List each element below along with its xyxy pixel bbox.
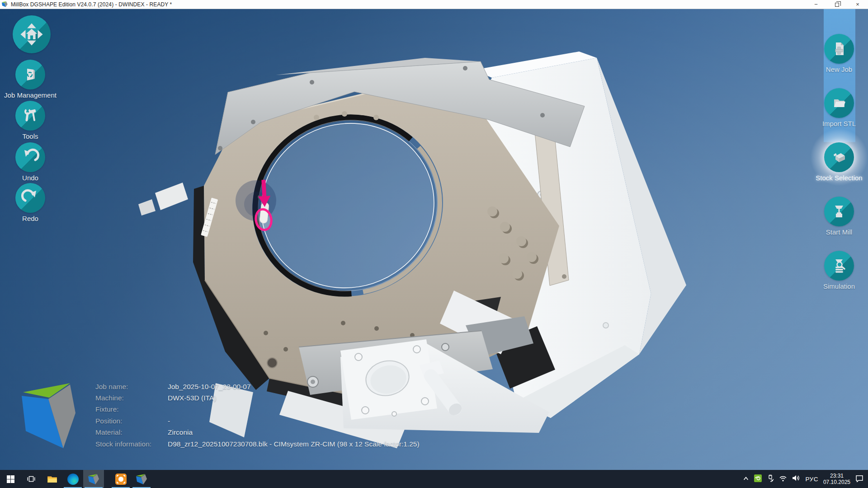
action-center-icon <box>855 474 863 482</box>
restore-icon <box>835 3 839 7</box>
tray-expand-button[interactable] <box>743 475 749 483</box>
start-mill-icon <box>830 202 848 221</box>
close-icon: × <box>856 1 859 8</box>
job-management-icon <box>21 66 39 84</box>
millbox-taskbar-icon <box>88 474 99 485</box>
stock-selection-icon <box>830 148 848 166</box>
file-explorer-icon <box>47 474 58 485</box>
new-job-icon <box>830 40 848 58</box>
edge-browser-button[interactable] <box>62 470 83 488</box>
machine-value: DWX-53D (ITA) <box>168 394 216 402</box>
windows-logo-icon <box>7 475 14 483</box>
new-job-button[interactable]: New Job <box>809 34 868 73</box>
info-row-fixture: Fixture: <box>95 404 420 415</box>
new-job-label: New Job <box>809 66 868 73</box>
start-button[interactable] <box>0 470 21 488</box>
restore-button[interactable] <box>826 0 847 9</box>
file-explorer-button[interactable] <box>42 470 62 488</box>
window-title: MillBox DGSHAPE Edition V24.0.7 (2024) -… <box>11 1 172 8</box>
stock-info-label: Stock information: <box>95 440 168 448</box>
nvidia-tray-button[interactable] <box>754 474 762 484</box>
usb-tray-button[interactable] <box>767 474 774 484</box>
start-mill-button[interactable]: Start Mill <box>809 197 868 236</box>
task-view-button[interactable] <box>21 470 42 488</box>
chevron-up-icon <box>743 476 749 481</box>
redo-label: Redo <box>0 215 61 222</box>
tools-icon <box>21 107 39 125</box>
material-label: Material: <box>95 428 168 436</box>
stock-info-value: D98_zr12_20251007230708.blk - CIMsystem … <box>168 440 420 448</box>
info-row-job-name: Job name: Job_2025-10-07_23-00-07 <box>95 381 420 392</box>
info-row-position: Position: - <box>95 415 420 427</box>
task-view-icon <box>26 474 36 484</box>
job-management-label: Job Management <box>0 91 61 99</box>
minimize-icon: − <box>814 1 818 8</box>
edge-icon <box>67 474 79 485</box>
position-value: - <box>168 417 170 425</box>
undo-label: Undo <box>0 174 61 182</box>
position-label: Position: <box>95 417 168 425</box>
clock-time: 23:31 <box>823 473 850 479</box>
millbox-app-icon <box>2 1 8 7</box>
redo-button[interactable]: Redo <box>0 183 61 222</box>
3d-viewport[interactable]: Job Management Tools Undo <box>0 9 868 470</box>
simulation-button[interactable]: Simulation <box>809 251 868 290</box>
simulation-icon <box>830 257 848 275</box>
undo-button[interactable]: Undo <box>0 142 61 182</box>
usb-device-icon <box>767 474 774 482</box>
info-row-machine: Machine: DWX-53D (ITA) <box>95 392 420 404</box>
job-name-label: Job name: <box>95 383 168 391</box>
close-button[interactable]: × <box>847 0 868 9</box>
capture-app-button[interactable] <box>110 470 131 488</box>
millbox-taskbar-button[interactable] <box>83 470 104 488</box>
import-stl-icon <box>830 94 848 112</box>
minimize-button[interactable]: − <box>806 0 826 9</box>
nvidia-icon <box>754 474 762 482</box>
simulation-label: Simulation <box>809 282 868 290</box>
clock-date: 07.10.2025 <box>823 479 850 485</box>
job-name-value: Job_2025-10-07_23-00-07 <box>168 383 251 391</box>
system-tray: РУС 23:31 07.10.2025 <box>743 470 868 488</box>
millbox-second-icon <box>136 474 147 485</box>
millbox-second-instance-button[interactable] <box>131 470 152 488</box>
language-indicator[interactable]: РУС <box>805 476 818 483</box>
material-value: Zirconia <box>168 428 193 436</box>
windows-taskbar: РУС 23:31 07.10.2025 <box>0 470 868 488</box>
start-mill-label: Start Mill <box>809 228 868 236</box>
view-navigation-button[interactable] <box>13 15 51 53</box>
job-management-button[interactable]: Job Management <box>0 60 61 99</box>
wifi-tray-button[interactable] <box>779 475 787 483</box>
action-center-button[interactable] <box>855 474 863 484</box>
fixture-label: Fixture: <box>95 405 168 413</box>
info-row-stock: Stock information: D98_zr12_202510072307… <box>95 438 420 450</box>
stock-selection-button[interactable]: Stock Selection <box>809 142 868 182</box>
wifi-icon <box>779 475 787 482</box>
job-info-panel: Job name: Job_2025-10-07_23-00-07 Machin… <box>95 381 420 450</box>
home-navigation-icon <box>19 22 44 47</box>
millbox-logo <box>20 380 77 453</box>
tools-label: Tools <box>0 132 61 140</box>
workflow-highlight-band <box>824 9 855 149</box>
tools-button[interactable]: Tools <box>0 101 61 140</box>
stock-selection-label: Stock Selection <box>809 174 868 182</box>
info-row-material: Material: Zirconia <box>95 427 420 438</box>
taskbar-clock[interactable]: 23:31 07.10.2025 <box>823 473 850 485</box>
machine-label: Machine: <box>95 394 168 402</box>
title-bar: MillBox DGSHAPE Edition V24.0.7 (2024) -… <box>0 0 868 9</box>
redo-icon <box>21 189 39 207</box>
undo-icon <box>21 148 39 166</box>
capture-app-icon <box>115 473 127 485</box>
volume-tray-button[interactable] <box>792 474 800 483</box>
import-stl-button[interactable]: Import STL <box>809 88 868 127</box>
import-stl-label: Import STL <box>809 120 868 127</box>
speaker-icon <box>792 474 800 482</box>
